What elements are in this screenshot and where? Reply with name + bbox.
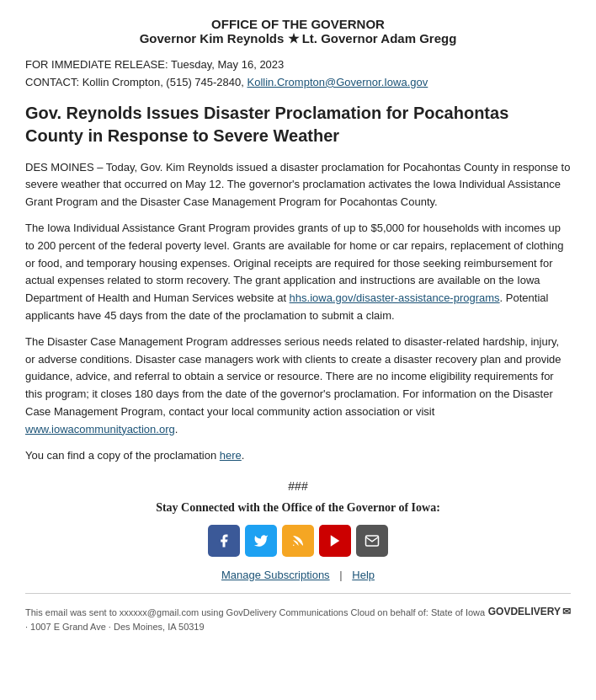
email-icon[interactable] [356,525,388,557]
manage-subscriptions-link[interactable]: Manage Subscriptions [221,569,330,581]
release-date: FOR IMMEDIATE RELEASE: Tuesday, May 16, … [25,56,571,74]
youtube-icon[interactable] [319,525,351,557]
proclamation-link[interactable]: here [220,449,242,462]
footer-bottom: This email was sent to xxxxxx@gmail.com … [25,601,571,645]
rss-icon[interactable] [282,525,314,557]
proclamation-text: You can find a copy of the proclamation [25,449,220,462]
footer-links: Manage Subscriptions | Help [25,569,571,581]
govdelivery-logo-icon: ✉ [562,606,571,617]
proclamation-end: . [242,449,245,462]
social-icons-row [25,525,571,557]
contact-email[interactable]: Kollin.Crompton@Governor.Iowa.gov [247,76,428,88]
office-title: OFFICE OF THE GOVERNOR [25,17,571,31]
contact-label: CONTACT: Kollin Crompton, (515) 745-2840… [25,76,247,88]
govdelivery-logo-text: GOVDELIVERY [488,606,561,617]
proclamation-paragraph: You can find a copy of the proclamation … [25,447,571,465]
help-link[interactable]: Help [352,569,375,581]
body-paragraph-2: The Iowa Individual Assistance Grant Pro… [25,220,571,325]
press-release-end-marker: ### [25,479,571,493]
para3-end: . [175,423,178,435]
footer-links-separator: | [339,569,342,581]
footer-disclaimer-text: This email was sent to xxxxxx@gmail.com … [25,606,488,633]
para3-text: The Disaster Case Management Program add… [25,335,561,418]
contact-info: CONTACT: Kollin Crompton, (515) 745-2840… [25,74,571,92]
svg-point-0 [293,545,295,547]
iowacommunityaction-link[interactable]: www.iowacommunityaction.org [25,423,175,435]
body-paragraph-1: DES MOINES – Today, Gov. Kim Reynolds is… [25,159,571,211]
hhs-link[interactable]: hhs.iowa.gov/disaster-assistance-program… [290,291,500,304]
facebook-icon[interactable] [208,525,240,557]
stay-connected-heading: Stay Connected with the Office of the Go… [25,501,571,515]
twitter-icon[interactable] [245,525,277,557]
article-headline: Gov. Reynolds Issues Disaster Proclamati… [25,102,571,147]
body-paragraph-3: The Disaster Case Management Program add… [25,334,571,439]
governor-line: Governor Kim Reynolds ★ Lt. Governor Ada… [25,31,571,46]
meta-section: FOR IMMEDIATE RELEASE: Tuesday, May 16, … [25,56,571,92]
govdelivery-logo: GOVDELIVERY ✉ [488,606,571,617]
footer-divider [25,593,571,594]
header: OFFICE OF THE GOVERNOR Governor Kim Reyn… [25,17,571,46]
svg-marker-1 [331,536,340,548]
